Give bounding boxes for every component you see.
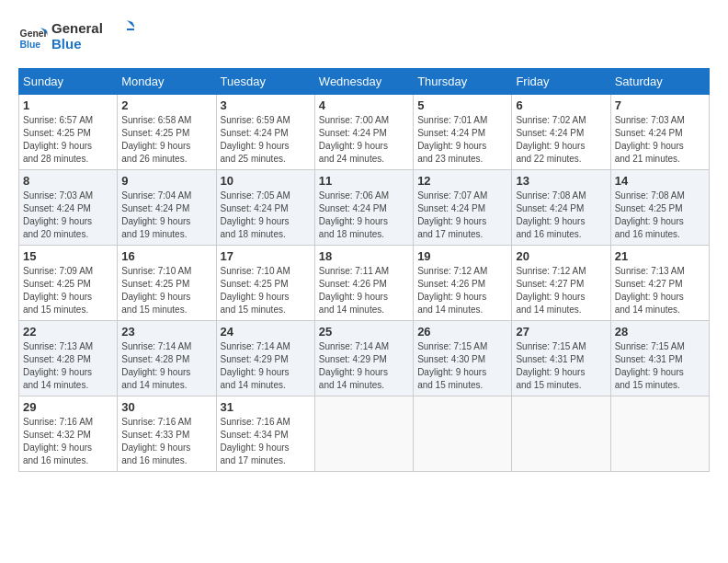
- day-info: Sunrise: 7:13 AM Sunset: 4:28 PM Dayligh…: [23, 340, 113, 392]
- day-info: Sunrise: 6:58 AM Sunset: 4:25 PM Dayligh…: [121, 114, 211, 166]
- day-number: 28: [615, 325, 705, 339]
- day-info: Sunrise: 7:14 AM Sunset: 4:29 PM Dayligh…: [319, 340, 409, 392]
- calendar-body: 1Sunrise: 6:57 AM Sunset: 4:25 PM Daylig…: [19, 95, 710, 472]
- day-info: Sunrise: 7:03 AM Sunset: 4:24 PM Dayligh…: [23, 190, 113, 241]
- day-info: Sunrise: 7:05 AM Sunset: 4:24 PM Dayligh…: [221, 190, 311, 241]
- calendar-cell: 10Sunrise: 7:05 AM Sunset: 4:24 PM Dayli…: [216, 170, 314, 246]
- day-number: 10: [221, 174, 311, 188]
- calendar-header-saturday: Saturday: [610, 69, 709, 95]
- logo-icon: General Blue: [18, 24, 48, 53]
- day-info: Sunrise: 7:10 AM Sunset: 4:25 PM Dayligh…: [221, 265, 311, 316]
- calendar-cell: 23Sunrise: 7:14 AM Sunset: 4:28 PM Dayli…: [118, 321, 216, 396]
- day-number: 24: [221, 325, 311, 339]
- calendar-header-thursday: Thursday: [414, 69, 512, 95]
- calendar-cell: 14Sunrise: 7:08 AM Sunset: 4:25 PM Dayli…: [610, 170, 709, 246]
- day-info: Sunrise: 7:15 AM Sunset: 4:31 PM Dayligh…: [516, 340, 606, 392]
- calendar-cell: 22Sunrise: 7:13 AM Sunset: 4:28 PM Dayli…: [19, 321, 118, 396]
- day-number: 9: [121, 174, 211, 188]
- calendar-week-4: 22Sunrise: 7:13 AM Sunset: 4:28 PM Dayli…: [19, 321, 710, 396]
- day-info: Sunrise: 7:10 AM Sunset: 4:25 PM Dayligh…: [121, 265, 211, 316]
- day-info: Sunrise: 7:16 AM Sunset: 4:32 PM Dayligh…: [23, 416, 113, 467]
- day-info: Sunrise: 7:12 AM Sunset: 4:27 PM Dayligh…: [516, 265, 606, 316]
- day-number: 4: [319, 98, 409, 112]
- calendar-cell: [314, 396, 413, 472]
- day-number: 2: [121, 98, 211, 112]
- calendar-cell: 15Sunrise: 7:09 AM Sunset: 4:25 PM Dayli…: [19, 246, 118, 321]
- day-info: Sunrise: 7:09 AM Sunset: 4:25 PM Dayligh…: [23, 265, 113, 316]
- calendar-cell: 25Sunrise: 7:14 AM Sunset: 4:29 PM Dayli…: [314, 321, 413, 396]
- day-number: 5: [417, 98, 507, 112]
- calendar-cell: 7Sunrise: 7:03 AM Sunset: 4:24 PM Daylig…: [610, 95, 709, 170]
- calendar-cell: 18Sunrise: 7:11 AM Sunset: 4:26 PM Dayli…: [314, 246, 413, 321]
- calendar-cell: 31Sunrise: 7:16 AM Sunset: 4:34 PM Dayli…: [216, 396, 314, 472]
- calendar-cell: 3Sunrise: 6:59 AM Sunset: 4:24 PM Daylig…: [216, 95, 314, 170]
- day-info: Sunrise: 7:11 AM Sunset: 4:26 PM Dayligh…: [319, 265, 409, 316]
- calendar-header-monday: Monday: [118, 69, 216, 95]
- day-number: 11: [319, 174, 409, 188]
- svg-text:General: General: [51, 20, 103, 36]
- day-info: Sunrise: 7:08 AM Sunset: 4:24 PM Dayligh…: [516, 190, 606, 241]
- day-info: Sunrise: 7:14 AM Sunset: 4:28 PM Dayligh…: [121, 340, 211, 392]
- day-info: Sunrise: 6:59 AM Sunset: 4:24 PM Dayligh…: [221, 114, 311, 166]
- day-number: 18: [319, 249, 409, 263]
- logo-svg: General Blue: [51, 18, 134, 55]
- calendar-cell: [610, 396, 709, 472]
- calendar-cell: 21Sunrise: 7:13 AM Sunset: 4:27 PM Dayli…: [610, 246, 709, 321]
- day-number: 3: [221, 98, 311, 112]
- calendar-cell: 28Sunrise: 7:15 AM Sunset: 4:31 PM Dayli…: [610, 321, 709, 396]
- day-info: Sunrise: 7:07 AM Sunset: 4:24 PM Dayligh…: [417, 190, 507, 241]
- calendar-cell: 4Sunrise: 7:00 AM Sunset: 4:24 PM Daylig…: [314, 95, 413, 170]
- day-number: 21: [615, 249, 705, 263]
- day-info: Sunrise: 6:57 AM Sunset: 4:25 PM Dayligh…: [23, 114, 113, 166]
- day-info: Sunrise: 7:06 AM Sunset: 4:24 PM Dayligh…: [319, 190, 409, 241]
- calendar-cell: 30Sunrise: 7:16 AM Sunset: 4:33 PM Dayli…: [118, 396, 216, 472]
- calendar-header-row: SundayMondayTuesdayWednesdayThursdayFrid…: [19, 69, 710, 95]
- day-number: 26: [417, 325, 507, 339]
- day-info: Sunrise: 7:01 AM Sunset: 4:24 PM Dayligh…: [417, 114, 507, 166]
- calendar-header-tuesday: Tuesday: [216, 69, 314, 95]
- day-number: 29: [23, 400, 113, 414]
- calendar-cell: 2Sunrise: 6:58 AM Sunset: 4:25 PM Daylig…: [118, 95, 216, 170]
- day-info: Sunrise: 7:12 AM Sunset: 4:26 PM Dayligh…: [417, 265, 507, 316]
- calendar-week-3: 15Sunrise: 7:09 AM Sunset: 4:25 PM Dayli…: [19, 246, 710, 321]
- day-info: Sunrise: 7:02 AM Sunset: 4:24 PM Dayligh…: [516, 114, 606, 166]
- calendar-cell: 11Sunrise: 7:06 AM Sunset: 4:24 PM Dayli…: [314, 170, 413, 246]
- day-number: 27: [516, 325, 606, 339]
- day-number: 23: [121, 325, 211, 339]
- day-number: 25: [319, 325, 409, 339]
- day-info: Sunrise: 7:15 AM Sunset: 4:31 PM Dayligh…: [615, 340, 705, 392]
- calendar-cell: [512, 396, 610, 472]
- calendar-table: SundayMondayTuesdayWednesdayThursdayFrid…: [18, 68, 710, 472]
- calendar-week-2: 8Sunrise: 7:03 AM Sunset: 4:24 PM Daylig…: [19, 170, 710, 246]
- day-number: 7: [615, 98, 705, 112]
- calendar-header-friday: Friday: [512, 69, 610, 95]
- day-info: Sunrise: 7:16 AM Sunset: 4:34 PM Dayligh…: [221, 416, 311, 467]
- calendar-cell: 20Sunrise: 7:12 AM Sunset: 4:27 PM Dayli…: [512, 246, 610, 321]
- calendar-cell: 16Sunrise: 7:10 AM Sunset: 4:25 PM Dayli…: [118, 246, 216, 321]
- day-info: Sunrise: 7:08 AM Sunset: 4:25 PM Dayligh…: [615, 190, 705, 241]
- logo: General Blue General Blue: [18, 18, 134, 59]
- calendar-cell: 12Sunrise: 7:07 AM Sunset: 4:24 PM Dayli…: [414, 170, 512, 246]
- day-number: 1: [23, 98, 113, 112]
- day-info: Sunrise: 7:04 AM Sunset: 4:24 PM Dayligh…: [121, 190, 211, 241]
- calendar-cell: 29Sunrise: 7:16 AM Sunset: 4:32 PM Dayli…: [19, 396, 118, 472]
- svg-text:Blue: Blue: [20, 40, 41, 50]
- day-info: Sunrise: 7:03 AM Sunset: 4:24 PM Dayligh…: [615, 114, 705, 166]
- day-info: Sunrise: 7:14 AM Sunset: 4:29 PM Dayligh…: [221, 340, 311, 392]
- day-number: 8: [23, 174, 113, 188]
- day-info: Sunrise: 7:15 AM Sunset: 4:30 PM Dayligh…: [417, 340, 507, 392]
- calendar-cell: 5Sunrise: 7:01 AM Sunset: 4:24 PM Daylig…: [414, 95, 512, 170]
- svg-marker-5: [127, 20, 134, 29]
- day-number: 19: [417, 249, 507, 263]
- day-number: 17: [221, 249, 311, 263]
- day-info: Sunrise: 7:00 AM Sunset: 4:24 PM Dayligh…: [319, 114, 409, 166]
- calendar-cell: 24Sunrise: 7:14 AM Sunset: 4:29 PM Dayli…: [216, 321, 314, 396]
- day-number: 14: [615, 174, 705, 188]
- day-number: 20: [516, 249, 606, 263]
- header: General Blue General Blue: [18, 18, 710, 59]
- calendar-cell: 27Sunrise: 7:15 AM Sunset: 4:31 PM Dayli…: [512, 321, 610, 396]
- day-number: 15: [23, 249, 113, 263]
- calendar-week-5: 29Sunrise: 7:16 AM Sunset: 4:32 PM Dayli…: [19, 396, 710, 472]
- calendar-cell: 6Sunrise: 7:02 AM Sunset: 4:24 PM Daylig…: [512, 95, 610, 170]
- day-number: 13: [516, 174, 606, 188]
